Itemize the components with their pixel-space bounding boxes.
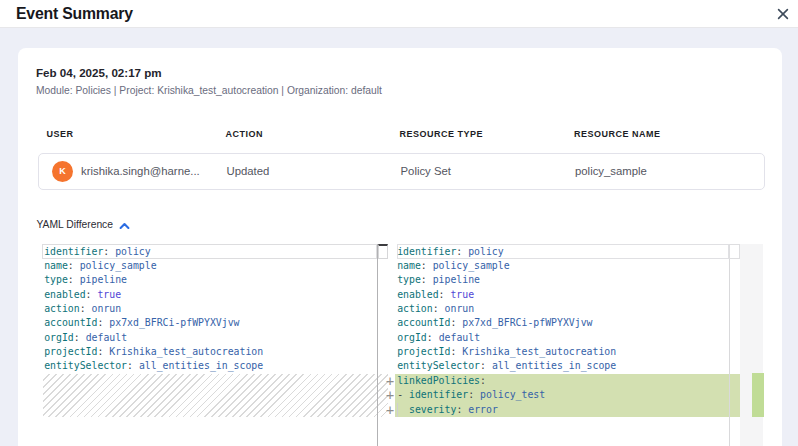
column-header-resource-type: RESOURCE TYPE [400,129,484,139]
event-context: Module: Policies | Project: Krishika_tes… [36,85,382,96]
code-line: action: onrun [397,302,616,316]
insert-sign: + [384,388,397,402]
code-line: entitySelector: all_entities_in_scope [44,359,263,373]
diff-left-code[interactable]: identifier: policyname: policy_sampletyp… [44,245,263,374]
row-action: Updated [227,154,270,189]
right-scrollbar-boundary [729,244,730,446]
column-header-user: USER [47,129,74,139]
code-line: name: policy_sample [397,259,616,273]
code-line: entitySelector: all_entities_in_scope [397,359,616,373]
code-line: - identifier: policy_test [397,388,616,402]
row-resource-name: policy_sample [575,154,647,189]
code-line: projectId: Krishika_test_autocreation [44,345,263,359]
diff-sash[interactable] [377,244,378,446]
row-user: krishika.singh@harne... [81,154,200,189]
event-datetime: Feb 04, 2025, 02:17 pm [36,66,162,79]
event-summary-modal: Event Summary Feb 04, 2025, 02:17 pm Mod… [0,0,798,446]
insert-sign: + [384,374,397,388]
modal-header: Event Summary [0,0,798,28]
insert-sign: + [384,403,397,417]
code-line: projectId: Krishika_test_autocreation [397,345,616,359]
code-line: enabled: true [397,288,616,302]
code-line: linkedPolicies: [397,374,616,388]
column-header-action: ACTION [226,129,264,139]
code-line: accountId: px7xd_BFRCi-pfWPYXVjvw [44,316,263,330]
code-line: accountId: px7xd_BFRCi-pfWPYXVjvw [397,316,616,330]
diff-left-hatch-placeholder [43,374,388,417]
code-line: identifier: policy [44,245,263,259]
code-line: action: onrun [44,302,263,316]
code-line: orgId: default [44,331,263,345]
code-line: enabled: true [44,288,263,302]
code-line: type: pipeline [44,273,263,287]
left-overview-cursor-marker [378,244,388,258]
diff-right-code[interactable]: identifier: policyname: policy_sampletyp… [397,245,616,417]
chevron-up-icon[interactable] [119,222,130,230]
code-line: type: pipeline [397,273,616,287]
column-header-resource-name: RESOURCE NAME [574,129,661,139]
right-scrollbar-top-box [729,244,740,258]
code-line: severity: error [397,403,616,417]
code-line: name: policy_sample [44,259,263,273]
yaml-difference-label: YAML Difference [37,219,114,230]
code-line: identifier: policy [397,245,616,259]
close-icon[interactable] [775,6,791,22]
user-avatar: K [52,161,73,182]
event-table-row[interactable]: K krishika.singh@harne... Updated Policy… [38,153,765,190]
overview-added-marker [752,373,764,417]
modal-title: Event Summary [16,5,133,23]
code-line: orgId: default [397,331,616,345]
row-resource-type: Policy Set [401,154,451,189]
